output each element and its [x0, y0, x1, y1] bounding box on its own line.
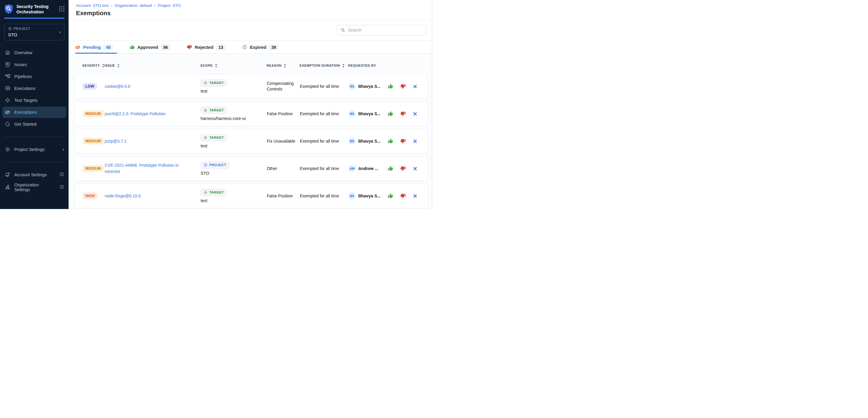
reject-button[interactable]: [400, 166, 406, 171]
reject-button[interactable]: [400, 138, 406, 144]
cancel-button[interactable]: [413, 84, 417, 89]
sidebar-item-exemptions[interactable]: Exemptions: [2, 107, 66, 118]
tab-expired[interactable]: Expired 39: [242, 41, 283, 54]
sidebar-item-overview[interactable]: Overview: [2, 47, 66, 58]
sidebar: Security Testing Orchestration PROJECT S…: [0, 0, 68, 209]
breadcrumb-organization-link[interactable]: Organization: default: [115, 3, 152, 8]
x-icon: [413, 194, 417, 198]
sto-shield-logo-icon: [4, 4, 14, 14]
breadcrumb-project-link[interactable]: Project: STO: [158, 3, 181, 8]
sort-icon: [284, 64, 286, 68]
issue-link[interactable]: node-forge@0.10.0: [104, 193, 141, 199]
column-header-reason[interactable]: REASON: [267, 64, 300, 68]
org-gear-icon: [4, 184, 10, 190]
cube-icon: [8, 27, 12, 31]
sidebar-item-issues[interactable]: Issues: [2, 59, 66, 70]
sidebar-item-project-settings[interactable]: Project Settings ›: [2, 144, 66, 155]
tab-rejected[interactable]: Rejected 13: [187, 41, 229, 54]
table-row[interactable]: MEDIUM jszip@3.7.1 TARGET test Fix Unava…: [75, 129, 428, 153]
issue-link[interactable]: json5@2.2.0: Prototype Pollution: [104, 111, 165, 117]
reject-button[interactable]: [400, 193, 406, 199]
thumbs-down-icon: [400, 84, 406, 89]
sidebar-item-executions[interactable]: Executions: [2, 83, 66, 94]
tab-count-badge: 39: [269, 44, 278, 50]
sidebar-item-label: Overview: [14, 50, 32, 55]
exemption-duration: Exempted for all time: [300, 84, 348, 89]
sidebar-item-get-started[interactable]: Get Started: [2, 118, 66, 130]
pipeline-icon: [4, 73, 10, 79]
reject-button[interactable]: [400, 111, 406, 116]
column-header-severity[interactable]: SEVERITY: [82, 64, 104, 68]
sidebar-header: Security Testing Orchestration: [0, 0, 68, 15]
scope-chip: TARGET: [200, 189, 227, 196]
thumbs-down-icon: [400, 193, 406, 199]
scope-name: test: [200, 143, 208, 148]
status-tabs: Pending 48 Approved 96 Rejected 13 Expir…: [68, 41, 434, 54]
thumbs-up-icon: [388, 166, 393, 171]
table-row[interactable]: LOW cookie@0.4.0 TARGET test Compensatin…: [75, 74, 428, 99]
info-icon[interactable]: [60, 184, 64, 190]
scope-name: harness/harness-core-ui: [200, 116, 246, 121]
sidebar-item-account-settings[interactable]: Account Settings: [2, 169, 66, 180]
exemption-duration: Exempted for all time: [300, 139, 348, 143]
target-icon: [204, 136, 208, 140]
issue-link[interactable]: cookie@0.4.0: [104, 83, 130, 90]
sidebar-item-organization-settings[interactable]: Organization Settings: [2, 182, 66, 193]
tab-label: Rejected: [195, 45, 213, 50]
table-row[interactable]: HIGH node-forge@0.10.0 TARGET test False…: [75, 184, 428, 208]
approve-button[interactable]: [388, 84, 393, 89]
approve-button[interactable]: [388, 111, 393, 116]
column-header-exemption-duration[interactable]: EXEMPTION DURATION: [300, 64, 348, 68]
table-row[interactable]: MEDIUM json5@2.2.0: Prototype Pollution …: [75, 102, 428, 126]
cancel-button[interactable]: [413, 112, 417, 116]
tab-label: Approved: [137, 45, 158, 50]
scope-chip: TARGET: [200, 107, 227, 114]
column-header-scope[interactable]: SCOPE: [200, 64, 267, 68]
requester-name: Andrew ...: [358, 166, 378, 171]
clock-icon: [242, 45, 247, 50]
sidebar-item-pipelines[interactable]: Pipelines: [2, 71, 66, 82]
tab-pending[interactable]: Pending 48: [75, 41, 117, 54]
sort-icon: [342, 64, 345, 68]
search-input[interactable]: [348, 28, 423, 32]
reason: False Positive: [267, 111, 300, 117]
cube-icon: [204, 163, 208, 167]
chevron-right-icon: ›: [59, 29, 61, 35]
chevron-right-icon: ›: [63, 147, 64, 152]
sidebar-item-test-targets[interactable]: Test Targets: [2, 95, 66, 106]
project-selector[interactable]: PROJECT STO ›: [4, 24, 64, 40]
breadcrumb-account-link[interactable]: Account: STO test: [76, 3, 108, 8]
gear-icon: [4, 146, 10, 152]
issue-link[interactable]: CVE-2021-44906: Prototype Pollution in m…: [104, 162, 190, 175]
severity-badge: HIGH: [83, 193, 97, 199]
search-box[interactable]: [337, 25, 427, 35]
cancel-button[interactable]: [413, 194, 417, 198]
thumbs-down-icon: [400, 166, 406, 171]
app-title: Security Testing Orchestration: [17, 3, 56, 15]
get-started-icon: [4, 121, 10, 127]
thumbs-up-icon: [388, 193, 393, 199]
tab-approved[interactable]: Approved 96: [130, 41, 175, 54]
cancel-button[interactable]: [413, 166, 417, 171]
reason: Fix Unavailable: [267, 138, 300, 144]
scrollbar[interactable]: [432, 0, 434, 209]
search-icon: [340, 28, 345, 32]
severity-badge: MEDIUM: [83, 165, 104, 172]
cancel-button[interactable]: [413, 139, 417, 143]
x-icon: [413, 84, 417, 89]
scope-name: STO: [200, 171, 209, 176]
page-title: Exemptions: [76, 9, 427, 17]
app-grid-icon[interactable]: [58, 6, 65, 12]
reject-button[interactable]: [400, 84, 406, 89]
approve-button[interactable]: [388, 193, 393, 199]
issue-link[interactable]: jszip@3.7.1: [104, 138, 126, 144]
target-icon: [204, 108, 208, 112]
sidebar-item-label: Organization Settings: [14, 182, 52, 192]
approve-button[interactable]: [388, 166, 393, 171]
column-header-issue[interactable]: ISSUE: [104, 64, 200, 68]
x-icon: [413, 166, 417, 171]
approve-button[interactable]: [388, 138, 393, 144]
info-icon[interactable]: [60, 172, 64, 177]
chevron-separator-icon: ›: [111, 3, 112, 8]
table-row[interactable]: MEDIUM CVE-2021-44906: Prototype Polluti…: [75, 156, 428, 181]
